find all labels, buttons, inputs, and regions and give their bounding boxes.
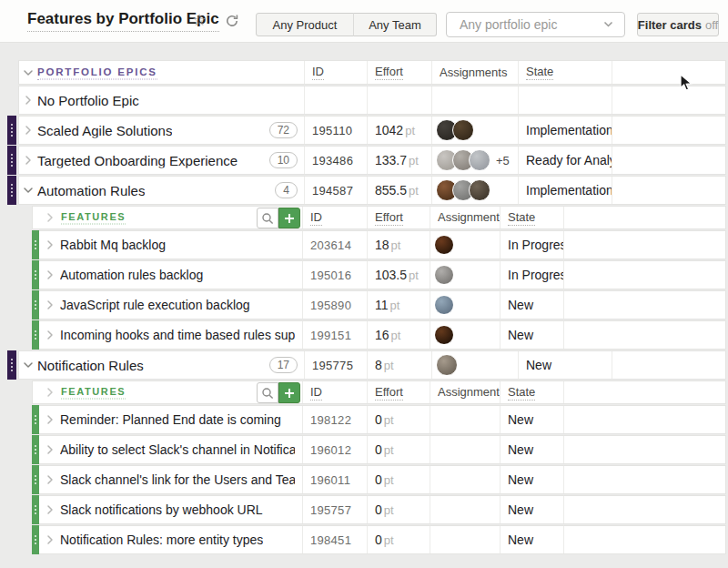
feature-title[interactable]: Slack channel's link for the Users and T… bbox=[60, 472, 295, 487]
drag-handle[interactable] bbox=[32, 405, 39, 434]
drag-handle[interactable] bbox=[32, 230, 39, 259]
drag-handle[interactable] bbox=[32, 290, 39, 320]
chevron-down-icon[interactable] bbox=[23, 67, 34, 78]
state-cell[interactable]: Implementation bbox=[518, 177, 612, 204]
feature-row-slack-channel-select[interactable]: Ability to select Slack's channel in Not… bbox=[32, 435, 726, 464]
state-cell[interactable]: New bbox=[500, 526, 563, 553]
id-column-header[interactable]: ID bbox=[304, 61, 367, 84]
assignments-cell[interactable] bbox=[431, 177, 518, 204]
chevron-right-icon[interactable] bbox=[45, 534, 56, 545]
state-cell[interactable]: New bbox=[500, 291, 563, 319]
epic-title[interactable]: Targeted Onboarding Experience bbox=[37, 153, 238, 168]
refresh-icon[interactable] bbox=[225, 14, 239, 32]
drag-handle[interactable] bbox=[32, 435, 39, 464]
chevron-right-icon[interactable] bbox=[45, 414, 56, 425]
chevron-right-icon[interactable] bbox=[45, 330, 56, 340]
epic-title[interactable]: Notification Rules bbox=[37, 358, 144, 373]
assignments-cell[interactable] bbox=[430, 291, 500, 319]
add-feature-button[interactable] bbox=[278, 382, 300, 403]
drag-handle[interactable] bbox=[7, 116, 16, 145]
drag-handle[interactable] bbox=[32, 495, 39, 524]
epic-row-targeted-onboarding[interactable]: Targeted Onboarding Experience 10 193486… bbox=[18, 146, 726, 175]
effort-cell[interactable]: 0pt bbox=[367, 466, 430, 493]
epic-title[interactable]: Scaled Agile Solutions bbox=[37, 123, 172, 138]
feature-title[interactable]: Ability to select Slack's channel in Not… bbox=[60, 442, 295, 457]
drag-handle[interactable] bbox=[7, 350, 16, 380]
effort-column-header[interactable]: Effort bbox=[367, 61, 431, 84]
effort-cell[interactable]: 133.7pt bbox=[367, 147, 431, 174]
state-column-header[interactable]: State bbox=[500, 207, 563, 228]
effort-cell[interactable]: 1042pt bbox=[367, 117, 431, 144]
state-cell[interactable]: Ready for Analysis bbox=[518, 147, 612, 174]
chevron-right-icon[interactable] bbox=[45, 299, 56, 310]
epic-title[interactable]: Automation Rules bbox=[37, 183, 145, 198]
chevron-right-icon[interactable] bbox=[45, 504, 56, 515]
feature-row-incoming-hooks[interactable]: Incoming hooks and time based rules sup.… bbox=[32, 320, 726, 350]
epic-row-automation-rules[interactable]: Automation Rules 4 194587 855.5pt Implem… bbox=[18, 176, 726, 205]
epic-title[interactable]: No Portfolio Epic bbox=[37, 93, 139, 108]
avatar[interactable] bbox=[469, 149, 490, 171]
assignments-cell[interactable] bbox=[430, 406, 500, 433]
filter-cards-button[interactable]: Filter cards off bbox=[637, 13, 719, 36]
effort-column-header[interactable]: Effort bbox=[367, 207, 430, 228]
features-label[interactable]: FEATURES bbox=[61, 211, 126, 225]
feature-title[interactable]: Reminder: Planned End date is coming bbox=[60, 412, 281, 427]
feature-title[interactable]: Notification Rules: more entity types bbox=[60, 532, 263, 547]
state-cell[interactable]: New bbox=[500, 406, 563, 433]
chevron-right-icon[interactable] bbox=[45, 269, 56, 280]
product-filter-button[interactable]: Any Product bbox=[256, 13, 354, 36]
effort-cell[interactable]: 16pt bbox=[367, 321, 430, 349]
portfolio-epic-select[interactable]: Any portfolio epic bbox=[446, 12, 625, 37]
state-column-header[interactable]: State bbox=[518, 61, 612, 84]
feature-row-automation-backlog[interactable]: Automation rules backlog 195016 103.5pt … bbox=[32, 260, 726, 289]
assignments-cell[interactable] bbox=[430, 231, 500, 259]
feature-title[interactable]: Slack notifications by webhook URL bbox=[60, 502, 263, 517]
assignments-cell[interactable] bbox=[430, 321, 500, 349]
assignments-cell[interactable] bbox=[430, 261, 500, 289]
assignments-cell[interactable] bbox=[430, 496, 500, 523]
avatar[interactable] bbox=[436, 354, 458, 376]
assignments-cell[interactable]: +5 bbox=[431, 147, 518, 174]
feature-row-slack-channel-link[interactable]: Slack channel's link for the Users and T… bbox=[32, 465, 726, 494]
assignments-cell[interactable] bbox=[431, 117, 518, 144]
drag-handle[interactable] bbox=[32, 465, 39, 494]
avatar[interactable] bbox=[434, 295, 454, 315]
state-cell[interactable]: New bbox=[500, 496, 563, 523]
effort-cell[interactable]: 0pt bbox=[367, 496, 430, 523]
avatar[interactable] bbox=[452, 119, 474, 141]
chevron-right-icon[interactable] bbox=[23, 125, 34, 136]
effort-cell[interactable]: 11pt bbox=[367, 291, 430, 319]
epic-row-scaled-agile-solutions[interactable]: Scaled Agile Solutions 72 195110 1042pt … bbox=[18, 116, 726, 145]
state-cell[interactable]: New bbox=[518, 351, 612, 379]
drag-handle[interactable] bbox=[32, 320, 39, 350]
effort-cell[interactable]: 8pt bbox=[367, 351, 431, 379]
chevron-right-icon[interactable] bbox=[45, 387, 56, 398]
epic-row-no-portfolio-epic[interactable]: No Portfolio Epic bbox=[18, 86, 726, 115]
assignments-cell[interactable] bbox=[430, 466, 500, 493]
chevron-down-icon[interactable] bbox=[23, 360, 34, 370]
chevron-right-icon[interactable] bbox=[45, 444, 56, 455]
effort-cell[interactable]: 0pt bbox=[367, 436, 430, 463]
effort-column-header[interactable]: Effort bbox=[367, 381, 430, 403]
effort-cell[interactable]: 0pt bbox=[367, 526, 430, 553]
drag-handle[interactable] bbox=[32, 260, 39, 289]
chevron-right-icon[interactable] bbox=[23, 95, 34, 106]
assignments-cell[interactable] bbox=[430, 526, 500, 553]
feature-row-reminder[interactable]: Reminder: Planned End date is coming 198… bbox=[32, 405, 726, 434]
effort-cell[interactable]: 0pt bbox=[367, 406, 430, 433]
state-cell[interactable]: In Progress bbox=[500, 231, 563, 259]
id-column-header[interactable]: ID bbox=[302, 207, 367, 228]
epic-row-notification-rules[interactable]: Notification Rules 17 195775 8pt New bbox=[18, 350, 726, 380]
state-cell[interactable]: New bbox=[500, 436, 563, 463]
search-button[interactable] bbox=[257, 208, 278, 228]
state-cell[interactable]: Implementation bbox=[518, 117, 612, 144]
drag-handle[interactable] bbox=[7, 146, 16, 175]
chevron-right-icon[interactable] bbox=[45, 212, 56, 223]
effort-cell[interactable]: 18pt bbox=[367, 231, 430, 259]
state-column-header[interactable]: State bbox=[500, 381, 563, 403]
effort-cell[interactable]: 103.5pt bbox=[367, 261, 430, 289]
avatar-overflow-count[interactable]: +5 bbox=[496, 154, 510, 167]
add-feature-button[interactable] bbox=[278, 208, 300, 228]
chevron-down-icon[interactable] bbox=[23, 185, 34, 196]
state-cell[interactable]: In Progress bbox=[500, 261, 563, 289]
